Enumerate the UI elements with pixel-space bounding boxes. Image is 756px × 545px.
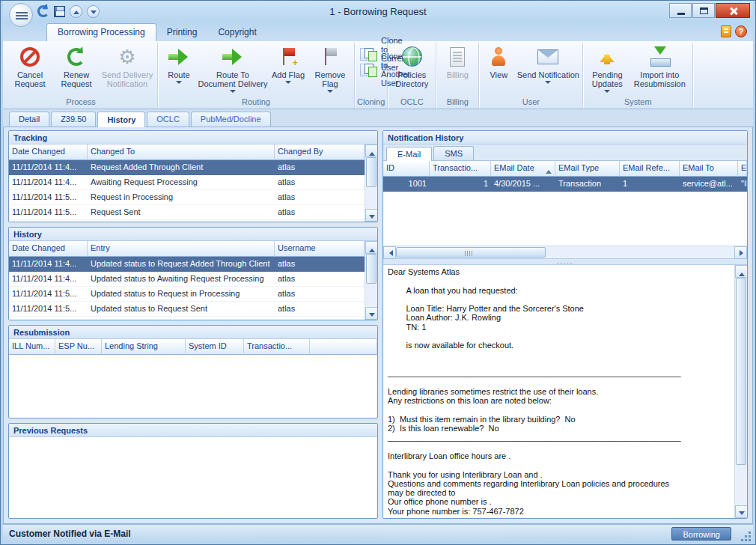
window-title: 1 - Borrowing Request (3, 6, 753, 17)
tab-z3950[interactable]: Z39.50 (51, 112, 96, 127)
horizontal-scrollbar[interactable] (383, 246, 747, 258)
qat-customize-button[interactable] (87, 5, 100, 18)
scrollbar-thumb[interactable] (366, 254, 377, 284)
vertical-scrollbar[interactable] (734, 265, 747, 518)
cell-changed-to: Request in Processing (88, 190, 275, 204)
column-header[interactable]: Date Changed (9, 241, 88, 257)
send-notification-label: Send Notification (517, 70, 579, 79)
vertical-scrollbar[interactable] (365, 144, 377, 222)
table-row[interactable]: 11/11/2014 11:5... Updated status to Req… (9, 302, 365, 317)
column-header[interactable]: ID (383, 161, 430, 177)
scroll-down-button[interactable] (365, 209, 377, 222)
clone-to-another-user-button[interactable]: Clone to Another User (360, 64, 373, 76)
column-header[interactable]: Lending String (102, 339, 186, 355)
cell-email-type: Transaction (555, 177, 620, 191)
group-label-oclc: OCLC (390, 97, 433, 109)
scrollbar-thumb[interactable] (366, 157, 377, 187)
scroll-down-button[interactable] (735, 505, 747, 518)
add-flag-label: Add Flag (272, 70, 305, 79)
scroll-left-button[interactable] (383, 246, 396, 259)
scroll-up-button[interactable] (365, 144, 377, 157)
qat-up-button[interactable] (70, 5, 82, 18)
remove-flag-button[interactable]: Remove Flag (308, 43, 352, 97)
renew-request-button[interactable]: Renew Request (53, 43, 100, 97)
table-row[interactable]: 11/11/2014 11:5... Request Sent atlas (9, 205, 365, 220)
scroll-down-button[interactable] (365, 307, 377, 320)
resize-grip[interactable] (742, 532, 752, 542)
column-header[interactable]: ILL Num... (9, 339, 55, 355)
column-header-filler (310, 339, 377, 355)
table-row[interactable]: 11/11/2014 11:4... Updated status to Req… (9, 257, 365, 272)
tab-pubmed-docline[interactable]: PubMed/Docline (191, 112, 271, 127)
tab-oclc[interactable]: OCLC (147, 112, 189, 127)
table-row[interactable]: 11/11/2014 11:4... Request Added Through… (9, 160, 365, 175)
column-header[interactable]: ESP Nu... (55, 339, 102, 355)
tab-sms[interactable]: SMS (433, 146, 474, 160)
column-header[interactable]: System ID (186, 339, 244, 355)
column-header[interactable]: Entry (88, 241, 275, 257)
send-delivery-notification-button[interactable]: ⚙ Send Delivery Notification (100, 43, 155, 97)
splitter-handle[interactable]: ..... (383, 258, 747, 265)
column-header[interactable]: EMail Type (555, 161, 620, 177)
column-header[interactable]: Date Changed (9, 144, 88, 160)
refresh-button[interactable] (37, 5, 49, 17)
route-button[interactable]: Route (160, 43, 198, 97)
scroll-up-button[interactable] (365, 241, 377, 254)
scrollbar-thumb[interactable] (396, 247, 546, 258)
cell-entry: Updated status to Request in Processing (88, 287, 275, 301)
column-header[interactable]: Changed To (88, 144, 275, 160)
cancel-request-button[interactable]: Cancel Request (7, 43, 53, 97)
column-header[interactable]: EMail To (680, 161, 738, 177)
pending-updates-label: Pending Updates (585, 70, 629, 88)
tab-detail[interactable]: Detail (9, 112, 49, 127)
clone-to-current-user-button[interactable]: Clone to Current User (360, 48, 373, 61)
column-header[interactable]: Transactio... (430, 161, 491, 177)
send-notification-button[interactable]: Send Notification (516, 43, 580, 97)
column-header[interactable]: EMail Refe... (620, 161, 680, 177)
table-row[interactable]: 11/11/2014 11:5... Updated status to Req… (9, 287, 365, 302)
email-grid-empty-area (383, 192, 747, 246)
table-row[interactable]: 11/11/2014 11:5... Request in Processing… (9, 190, 365, 205)
column-header[interactable]: EMail Date (491, 161, 555, 177)
table-row[interactable]: 11/11/2014 11:4... Awaiting Request Proc… (9, 175, 365, 190)
import-into-resubmission-button[interactable]: Import into Resubmission (629, 43, 690, 97)
minimize-button[interactable] (669, 3, 692, 18)
vertical-scrollbar[interactable] (365, 241, 377, 320)
tab-copyright[interactable]: Copyright (207, 24, 266, 41)
right-column: Notification History E-Mail SMS ID Trans… (382, 130, 748, 519)
scroll-up-button[interactable] (735, 265, 747, 278)
tab-printing[interactable]: Printing (156, 24, 208, 41)
close-button[interactable] (716, 3, 750, 18)
help-icon[interactable] (735, 25, 747, 37)
route-to-document-delivery-button[interactable]: Route To Document Delivery (198, 43, 268, 97)
column-header[interactable]: Username (275, 241, 365, 257)
pending-updates-button[interactable]: Pending Updates (585, 43, 629, 97)
app-menu-button[interactable] (9, 3, 33, 27)
view-user-button[interactable]: View (481, 43, 516, 97)
column-header[interactable]: Transactio... (244, 339, 310, 355)
document-tab-strip: Detail Z39.50 History OCLC PubMed/Doclin… (3, 109, 753, 127)
previous-requests-panel: Previous Requests (8, 423, 378, 519)
style-icon[interactable] (721, 25, 731, 37)
tab-email[interactable]: E-Mail (386, 147, 432, 161)
scrollbar-thumb[interactable] (736, 278, 746, 465)
cell-username: atlas (275, 257, 365, 271)
scroll-right-button[interactable] (734, 246, 747, 259)
add-flag-button[interactable]: Add Flag (268, 43, 308, 97)
maximize-button[interactable] (692, 3, 715, 18)
cell-date: 11/11/2014 11:4... (9, 175, 88, 189)
send-delivery-label: Send Delivery Notification (100, 70, 155, 88)
tracking-panel: Tracking Date Changed Changed To Changed… (8, 130, 378, 222)
save-button[interactable] (54, 6, 65, 17)
column-header[interactable]: EMa... (738, 161, 747, 177)
tab-history[interactable]: History (97, 112, 145, 127)
column-header[interactable]: Changed By (275, 144, 365, 160)
renew-request-label: Renew Request (53, 70, 100, 88)
plus-badge-icon (292, 57, 298, 68)
cell-date: 11/11/2014 11:5... (9, 205, 88, 219)
table-row[interactable]: 1001 1 4/30/2015 ... Transaction 1 servi… (383, 177, 747, 192)
refresh-icon (37, 5, 49, 17)
table-row[interactable]: 11/11/2014 11:4... Updated status to Awa… (9, 272, 365, 287)
cell-id: 1001 (383, 177, 430, 191)
billing-button[interactable]: Billing (439, 43, 476, 97)
